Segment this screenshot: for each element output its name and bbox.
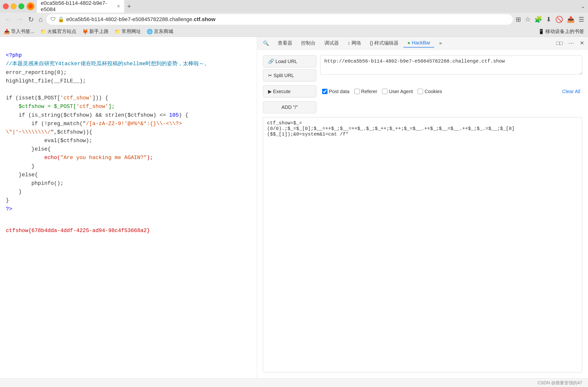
debugger-button[interactable]: 调试器: [320, 38, 343, 48]
hackbar-area: 🔗 Load URL ✂ Split URL http://e0ca5b56-b…: [257, 49, 588, 378]
traffic-lights: [3, 3, 24, 9]
code-line-8: if (!preg_match("/[a-zA-Z2-9!'@#%^&*:{}\…: [6, 121, 182, 127]
bookmark-newuser[interactable]: 🦊 新手上路: [82, 28, 109, 35]
bookmark-firefox-icon: 📁: [40, 29, 46, 34]
bookmark-common[interactable]: 📁 常用网址: [114, 28, 141, 35]
code-panel: <?php //本题灵感来自研究Y4tacker佬在吃瓜杯投稿的shellme时…: [0, 37, 257, 378]
code-line-1: <?php: [6, 52, 22, 59]
bookmarks-bar: 📥 导入书签... 📁 火狐官方站点 🦊 新手上路 📁 常用网址 🌐 京东商城 …: [0, 26, 588, 37]
tab-title: e0ca5b56-b114-4802-b9e7-e5084: [41, 0, 115, 13]
code-line-5: if (isset($_POST['ctf_show'])) {: [6, 95, 108, 101]
tab-dropdown[interactable]: ⌄: [581, 3, 585, 9]
cookies-label[interactable]: Cookies: [418, 89, 442, 94]
flag-text: ctfshow{678b4dda-4ddf-4225-ad94-98c4f536…: [6, 228, 251, 234]
url-input[interactable]: http://e0ca5b56-b114-4802-b9e7-e50845782…: [320, 55, 582, 75]
forward-button[interactable]: →: [16, 15, 24, 24]
cursor-tool-button[interactable]: 🔍: [259, 39, 273, 47]
close-button[interactable]: [3, 3, 9, 9]
code-line-18: ?>: [6, 206, 12, 212]
hackbar-label: HackBar: [412, 40, 431, 46]
code-content: <?php //本题灵感来自研究Y4tacker佬在吃瓜杯投稿的shellme时…: [6, 43, 251, 222]
extension-icon[interactable]: 🧩: [534, 16, 542, 23]
options-button[interactable]: ⋯: [567, 39, 576, 47]
reload-button[interactable]: ↻: [27, 15, 35, 24]
url-buttons: 🔗 Load URL ✂ Split URL: [263, 55, 316, 81]
code-line-3: error_reporting(0);: [6, 70, 67, 76]
bookmark-firefox[interactable]: 📁 火狐官方站点: [40, 28, 76, 35]
code-line-4: highlight_file(__FILE__);: [6, 78, 86, 84]
hackbar-dot-icon: ●: [407, 40, 410, 46]
home-button[interactable]: ⌂: [38, 15, 44, 24]
tab-close-button[interactable]: ✕: [117, 4, 120, 9]
devtools-right-icons: □□ ⋯ ✕: [554, 39, 586, 47]
hackbar-button[interactable]: ● HackBar: [403, 39, 434, 47]
post-data-label[interactable]: Post data: [322, 89, 350, 94]
console-button[interactable]: 控制台: [297, 38, 319, 48]
code-line-15: phpinfo();: [6, 180, 63, 186]
code-line-16: }: [6, 189, 22, 195]
nav-icons: ⊞ ☆ 🧩 ⬇ 🚫 📤 ☰: [516, 16, 584, 23]
clear-all-button[interactable]: Clear All: [560, 88, 582, 95]
bookmark-import-icon: 📥: [4, 29, 10, 34]
active-tab[interactable]: e0ca5b56-b114-4802-b9e7-e5084 ✕: [37, 0, 124, 14]
code-line-7: if (is_string($ctfshow) && strlen($ctfsh…: [6, 112, 189, 118]
download-icon[interactable]: ⬇: [546, 16, 551, 23]
cookies-text: Cookies: [424, 89, 442, 94]
url-row: 🔗 Load URL ✂ Split URL http://e0ca5b56-b…: [263, 55, 582, 81]
inspector-button[interactable]: 查看器: [274, 38, 296, 48]
post-data-input[interactable]: ctf_show=$_= (0/0).;$_=$_[0];$__=++$_;$_…: [263, 117, 582, 372]
bookmark-mobile-icon: 📱: [538, 29, 544, 34]
minimize-button[interactable]: [11, 3, 17, 9]
lock-icon: 🔒: [58, 16, 64, 22]
code-line-12: echo("Are you hacking me AGAIN?");: [6, 155, 153, 161]
post-data-checkbox[interactable]: [322, 89, 327, 94]
post-data-area: ctf_show=$_= (0/0).;$_=$_[0];$__=++$_;$_…: [263, 117, 582, 372]
referer-checkbox[interactable]: [354, 89, 360, 94]
new-tab-button[interactable]: +: [125, 1, 133, 11]
devtools-close-button[interactable]: ✕: [578, 39, 586, 47]
referer-text: Referer: [361, 89, 378, 94]
bookmark-mobile[interactable]: 📱 移动设备上的书签: [538, 28, 584, 35]
devtools-panel: 🔍 查看器 控制台 调试器 ↕ 网络 {} 样式编辑器 ● HackBar » …: [257, 37, 588, 378]
style-editor-button[interactable]: {} 样式编辑器: [366, 38, 403, 48]
security-icon: 🛡: [50, 16, 56, 22]
bookmark-jd-icon: 🌐: [147, 29, 153, 34]
code-blank: [6, 87, 9, 93]
devtools-toolbar: 🔍 查看器 控制台 调试器 ↕ 网络 {} 样式编辑器 ● HackBar » …: [257, 37, 588, 49]
dock-button[interactable]: □□: [554, 39, 565, 47]
code-line-17: }: [6, 197, 9, 204]
bookmark-import[interactable]: 📥 导入书签...: [4, 28, 34, 35]
network-button[interactable]: ↕ 网络: [344, 38, 365, 48]
user-agent-checkbox[interactable]: [382, 89, 387, 94]
browser-window: e0ca5b56-b114-4802-b9e7-e5084 ✕ + ⌄ ← → …: [0, 0, 588, 387]
status-bar: CSDN @搜要变强的47: [0, 378, 588, 387]
checkboxes: Post data Referer User Agent Cookie: [322, 88, 582, 95]
user-agent-label[interactable]: User Agent: [382, 89, 413, 94]
maximize-button[interactable]: [19, 3, 24, 9]
tab-bar: e0ca5b56-b114-4802-b9e7-e5084 ✕ +: [37, 0, 579, 14]
bookmark-jd[interactable]: 🌐 京东商城: [147, 28, 173, 35]
grid-icon[interactable]: ⊞: [516, 16, 521, 23]
post-data-text: Post data: [329, 89, 350, 94]
address-bar[interactable]: 🛡 🔒 e0ca5b56-b114-4802-b9e7-e50845782288…: [47, 14, 513, 25]
upload-icon[interactable]: 📤: [567, 16, 575, 23]
star-icon[interactable]: ☆: [525, 16, 530, 23]
menu-icon[interactable]: ☰: [579, 16, 584, 23]
cookies-checkbox[interactable]: [418, 89, 423, 94]
code-line-10: eval($ctfshow);: [6, 138, 92, 144]
more-tools-button[interactable]: »: [435, 39, 446, 47]
bookmark-common-icon: 📁: [114, 29, 121, 34]
status-text: CSDN @搜要变强的47: [538, 380, 582, 386]
no-entry-icon[interactable]: 🚫: [555, 16, 563, 23]
title-bar: e0ca5b56-b114-4802-b9e7-e5084 ✕ + ⌄: [0, 0, 588, 13]
add-slash-button[interactable]: ADD "/": [263, 101, 316, 113]
code-line-6: $ctfshow = $_POST['ctf_show'];: [6, 103, 115, 110]
load-url-button[interactable]: 🔗 Load URL: [263, 55, 316, 67]
referer-label[interactable]: Referer: [354, 89, 378, 94]
user-agent-text: User Agent: [389, 89, 413, 94]
back-button[interactable]: ←: [4, 15, 13, 24]
split-url-button[interactable]: ✂ Split URL: [263, 69, 316, 81]
bookmark-newuser-icon: 🦊: [82, 29, 88, 34]
execute-button[interactable]: ▶ Execute: [263, 85, 316, 98]
main-area: <?php //本题灵感来自研究Y4tacker佬在吃瓜杯投稿的shellme时…: [0, 37, 588, 378]
